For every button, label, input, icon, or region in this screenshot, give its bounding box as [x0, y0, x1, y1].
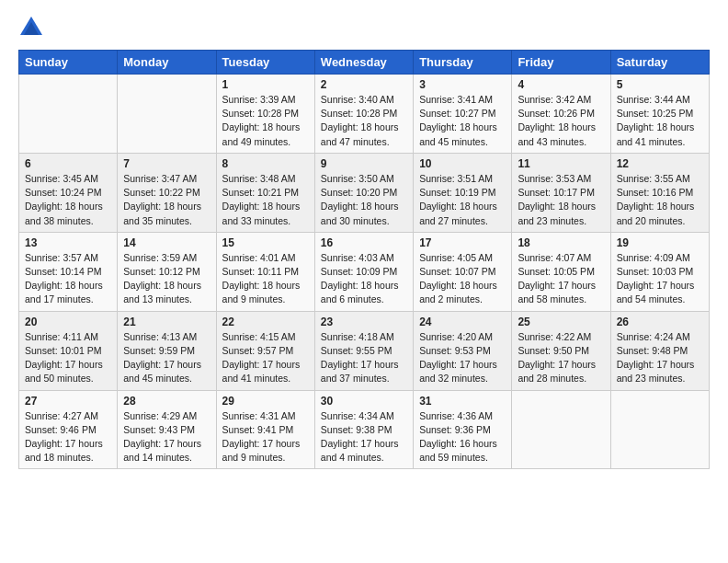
day-number: 12: [617, 157, 703, 170]
day-number: 24: [419, 316, 506, 328]
cell-content: Sunrise: 4:09 AM Sunset: 10:03 PM Daylig…: [617, 251, 703, 307]
calendar-cell: 25Sunrise: 4:22 AM Sunset: 9:50 PM Dayli…: [512, 311, 610, 390]
day-number: 28: [123, 395, 210, 408]
cell-content: Sunrise: 3:45 AM Sunset: 10:24 PM Daylig…: [25, 172, 111, 228]
page: SundayMondayTuesdayWednesdayThursdayFrid…: [0, 0, 728, 478]
week-row-4: 20Sunrise: 4:11 AM Sunset: 10:01 PM Dayl…: [19, 311, 710, 390]
day-number: 31: [419, 395, 506, 408]
cell-content: Sunrise: 4:29 AM Sunset: 9:43 PM Dayligh…: [123, 409, 210, 465]
day-number: 19: [617, 236, 703, 249]
cell-content: Sunrise: 3:51 AM Sunset: 10:19 PM Daylig…: [419, 172, 506, 228]
calendar-cell: 24Sunrise: 4:20 AM Sunset: 9:53 PM Dayli…: [414, 311, 512, 390]
calendar-cell: 19Sunrise: 4:09 AM Sunset: 10:03 PM Dayl…: [610, 232, 709, 311]
day-number: 14: [123, 236, 210, 249]
calendar-cell: [19, 75, 118, 154]
day-number: 7: [123, 157, 210, 170]
day-number: 5: [617, 78, 703, 91]
cell-content: Sunrise: 4:03 AM Sunset: 10:09 PM Daylig…: [321, 251, 407, 307]
day-number: 23: [321, 316, 407, 328]
day-number: 13: [25, 236, 111, 249]
calendar-cell: 7Sunrise: 3:47 AM Sunset: 10:22 PM Dayli…: [118, 153, 216, 232]
day-number: 11: [518, 157, 604, 170]
calendar-cell: 5Sunrise: 3:44 AM Sunset: 10:25 PM Dayli…: [610, 75, 709, 154]
calendar-cell: 28Sunrise: 4:29 AM Sunset: 9:43 PM Dayli…: [118, 390, 216, 469]
calendar-cell: 1Sunrise: 3:39 AM Sunset: 10:28 PM Dayli…: [216, 75, 314, 154]
day-number: 3: [419, 78, 506, 91]
day-number: 6: [25, 157, 111, 170]
day-number: 10: [419, 157, 506, 170]
cell-content: Sunrise: 4:15 AM Sunset: 9:57 PM Dayligh…: [222, 330, 309, 386]
calendar-cell: 31Sunrise: 4:36 AM Sunset: 9:36 PM Dayli…: [414, 390, 512, 469]
calendar-cell: 14Sunrise: 3:59 AM Sunset: 10:12 PM Dayl…: [118, 232, 216, 311]
day-number: 22: [222, 316, 309, 328]
col-header-monday: Monday: [118, 51, 216, 75]
cell-content: Sunrise: 3:40 AM Sunset: 10:28 PM Daylig…: [321, 93, 407, 149]
calendar-cell: 18Sunrise: 4:07 AM Sunset: 10:05 PM Dayl…: [512, 232, 610, 311]
day-number: 17: [419, 236, 506, 249]
cell-content: Sunrise: 3:44 AM Sunset: 10:25 PM Daylig…: [617, 93, 703, 149]
calendar-cell: 6Sunrise: 3:45 AM Sunset: 10:24 PM Dayli…: [19, 153, 118, 232]
cell-content: Sunrise: 3:50 AM Sunset: 10:20 PM Daylig…: [321, 172, 407, 228]
cell-content: Sunrise: 4:20 AM Sunset: 9:53 PM Dayligh…: [419, 330, 506, 386]
calendar-cell: 10Sunrise: 3:51 AM Sunset: 10:19 PM Dayl…: [414, 153, 512, 232]
calendar-cell: 13Sunrise: 3:57 AM Sunset: 10:14 PM Dayl…: [19, 232, 118, 311]
cell-content: Sunrise: 4:13 AM Sunset: 9:59 PM Dayligh…: [123, 330, 210, 386]
week-row-1: 1Sunrise: 3:39 AM Sunset: 10:28 PM Dayli…: [19, 75, 710, 154]
cell-content: Sunrise: 3:47 AM Sunset: 10:22 PM Daylig…: [123, 172, 210, 228]
logo-icon: [18, 15, 44, 40]
col-header-wednesday: Wednesday: [314, 51, 413, 75]
calendar-cell: 12Sunrise: 3:55 AM Sunset: 10:16 PM Dayl…: [610, 153, 709, 232]
calendar-cell: 17Sunrise: 4:05 AM Sunset: 10:07 PM Dayl…: [414, 232, 512, 311]
cell-content: Sunrise: 3:39 AM Sunset: 10:28 PM Daylig…: [222, 93, 309, 149]
logo: [18, 15, 48, 40]
calendar-cell: 11Sunrise: 3:53 AM Sunset: 10:17 PM Dayl…: [512, 153, 610, 232]
calendar-cell: 15Sunrise: 4:01 AM Sunset: 10:11 PM Dayl…: [216, 232, 314, 311]
col-header-thursday: Thursday: [414, 51, 512, 75]
cell-content: Sunrise: 4:05 AM Sunset: 10:07 PM Daylig…: [419, 251, 506, 307]
day-number: 2: [321, 78, 407, 91]
calendar-cell: [610, 390, 709, 469]
col-header-friday: Friday: [512, 51, 610, 75]
day-number: 26: [617, 316, 703, 328]
calendar-cell: 4Sunrise: 3:42 AM Sunset: 10:26 PM Dayli…: [512, 75, 610, 154]
day-number: 16: [321, 236, 407, 249]
day-number: 29: [222, 395, 309, 408]
cell-content: Sunrise: 3:42 AM Sunset: 10:26 PM Daylig…: [518, 93, 604, 149]
cell-content: Sunrise: 4:31 AM Sunset: 9:41 PM Dayligh…: [222, 409, 309, 465]
calendar-cell: 22Sunrise: 4:15 AM Sunset: 9:57 PM Dayli…: [216, 311, 314, 390]
cell-content: Sunrise: 4:36 AM Sunset: 9:36 PM Dayligh…: [419, 409, 506, 465]
calendar-table: SundayMondayTuesdayWednesdayThursdayFrid…: [18, 50, 710, 469]
day-number: 1: [222, 78, 309, 91]
calendar-cell: 23Sunrise: 4:18 AM Sunset: 9:55 PM Dayli…: [314, 311, 413, 390]
day-number: 18: [518, 236, 604, 249]
cell-content: Sunrise: 3:41 AM Sunset: 10:27 PM Daylig…: [419, 93, 506, 149]
week-row-3: 13Sunrise: 3:57 AM Sunset: 10:14 PM Dayl…: [19, 232, 710, 311]
calendar-cell: 26Sunrise: 4:24 AM Sunset: 9:48 PM Dayli…: [610, 311, 709, 390]
calendar-cell: 30Sunrise: 4:34 AM Sunset: 9:38 PM Dayli…: [314, 390, 413, 469]
cell-content: Sunrise: 4:27 AM Sunset: 9:46 PM Dayligh…: [25, 409, 111, 465]
cell-content: Sunrise: 3:55 AM Sunset: 10:16 PM Daylig…: [617, 172, 703, 228]
day-number: 20: [25, 316, 111, 328]
day-number: 9: [321, 157, 407, 170]
cell-content: Sunrise: 3:48 AM Sunset: 10:21 PM Daylig…: [222, 172, 309, 228]
cell-content: Sunrise: 3:53 AM Sunset: 10:17 PM Daylig…: [518, 172, 604, 228]
calendar-cell: 8Sunrise: 3:48 AM Sunset: 10:21 PM Dayli…: [216, 153, 314, 232]
col-header-sunday: Sunday: [19, 51, 118, 75]
calendar-header-row: SundayMondayTuesdayWednesdayThursdayFrid…: [19, 51, 710, 75]
calendar-cell: 20Sunrise: 4:11 AM Sunset: 10:01 PM Dayl…: [19, 311, 118, 390]
cell-content: Sunrise: 4:24 AM Sunset: 9:48 PM Dayligh…: [617, 330, 703, 386]
calendar-cell: 29Sunrise: 4:31 AM Sunset: 9:41 PM Dayli…: [216, 390, 314, 469]
col-header-saturday: Saturday: [610, 51, 709, 75]
header: [18, 15, 710, 40]
day-number: 4: [518, 78, 604, 91]
day-number: 8: [222, 157, 309, 170]
calendar-cell: [118, 75, 216, 154]
day-number: 30: [321, 395, 407, 408]
cell-content: Sunrise: 4:01 AM Sunset: 10:11 PM Daylig…: [222, 251, 309, 307]
calendar-cell: 9Sunrise: 3:50 AM Sunset: 10:20 PM Dayli…: [314, 153, 413, 232]
calendar-cell: 3Sunrise: 3:41 AM Sunset: 10:27 PM Dayli…: [414, 75, 512, 154]
calendar-cell: 27Sunrise: 4:27 AM Sunset: 9:46 PM Dayli…: [19, 390, 118, 469]
cell-content: Sunrise: 4:07 AM Sunset: 10:05 PM Daylig…: [518, 251, 604, 307]
day-number: 21: [123, 316, 210, 328]
col-header-tuesday: Tuesday: [216, 51, 314, 75]
